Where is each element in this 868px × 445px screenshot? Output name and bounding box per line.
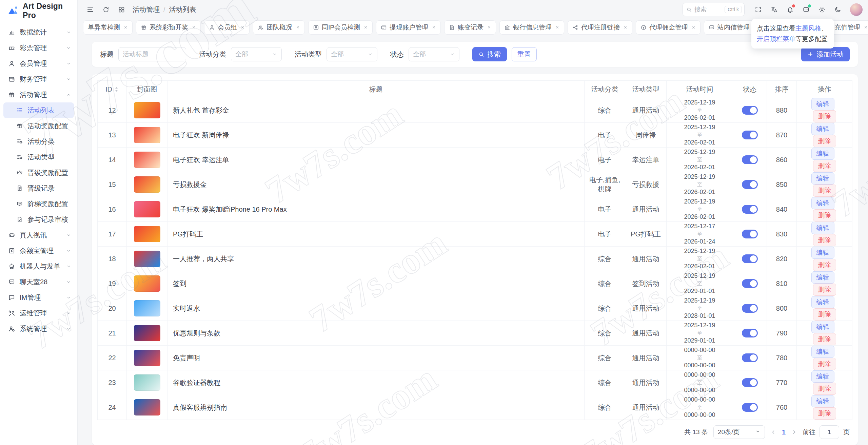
sidebar-item[interactable]: 余额宝管理: [3, 243, 74, 258]
activity-title-input[interactable]: [118, 47, 186, 61]
status-toggle[interactable]: [742, 329, 758, 337]
edit-button[interactable]: 编辑: [811, 123, 834, 135]
edit-button[interactable]: 编辑: [811, 247, 834, 259]
reset-button[interactable]: 重置: [512, 47, 537, 61]
notifications-bell-icon[interactable]: [783, 2, 797, 17]
status-toggle[interactable]: [742, 180, 758, 189]
sidebar-subitem[interactable]: 活动类型: [3, 149, 74, 165]
tab[interactable]: 团队概况: [253, 20, 305, 35]
sidebar-item[interactable]: 真人视讯: [3, 227, 74, 243]
app-logo[interactable]: Art Design Pro: [0, 0, 77, 22]
tab[interactable]: 同IP会员检测: [308, 20, 373, 35]
sidebar-item[interactable]: 彩票管理: [3, 40, 74, 56]
status-toggle[interactable]: [742, 403, 758, 412]
status-toggle[interactable]: [742, 254, 758, 263]
sidebar-item[interactable]: 财务管理: [3, 71, 74, 87]
delete-button[interactable]: 删除: [813, 209, 836, 221]
delete-button[interactable]: 删除: [813, 185, 836, 197]
edit-button[interactable]: 编辑: [811, 148, 834, 160]
close-icon[interactable]: [296, 25, 300, 30]
search-input[interactable]: 搜索 Ctrl k: [683, 3, 745, 16]
close-icon[interactable]: [363, 25, 368, 30]
next-page-icon[interactable]: [791, 429, 797, 435]
close-icon[interactable]: [555, 25, 559, 30]
breadcrumb-parent[interactable]: 活动管理: [133, 5, 160, 14]
theme-style-link[interactable]: 主题风格: [795, 25, 821, 32]
tab[interactable]: 会员组: [204, 20, 250, 35]
close-icon[interactable]: [864, 25, 868, 30]
close-icon[interactable]: [487, 25, 491, 30]
status-toggle[interactable]: [742, 106, 758, 115]
edit-button[interactable]: 编辑: [811, 370, 834, 383]
edit-button[interactable]: 编辑: [811, 271, 834, 284]
settings-gear-icon[interactable]: [815, 2, 829, 17]
close-icon[interactable]: [691, 25, 696, 30]
status-toggle[interactable]: [742, 131, 758, 139]
close-icon[interactable]: [240, 25, 245, 30]
status-toggle[interactable]: [742, 279, 758, 288]
sidebar-item[interactable]: IM管理: [3, 290, 74, 305]
tab[interactable]: 代理注册链接: [568, 20, 632, 35]
tab[interactable]: 提现账户管理: [376, 20, 441, 35]
status-toggle[interactable]: [742, 378, 758, 387]
delete-button[interactable]: 删除: [813, 333, 836, 345]
status-toggle[interactable]: [742, 155, 758, 164]
delete-button[interactable]: 删除: [813, 284, 836, 296]
status-toggle[interactable]: [742, 205, 758, 214]
grid-apps-icon[interactable]: [114, 2, 129, 17]
close-icon[interactable]: [432, 25, 436, 30]
fullscreen-icon[interactable]: [751, 2, 765, 17]
tab[interactable]: 单异常检测: [83, 20, 133, 35]
delete-button[interactable]: 删除: [813, 259, 836, 271]
sidebar-item[interactable]: 运维管理: [3, 305, 74, 321]
delete-button[interactable]: 删除: [813, 110, 836, 122]
search-button[interactable]: 搜索: [472, 47, 507, 61]
prev-page-icon[interactable]: [770, 429, 776, 435]
close-icon[interactable]: [623, 25, 628, 30]
close-icon[interactable]: [123, 25, 128, 30]
tab[interactable]: 系统彩预开奖: [136, 20, 201, 35]
delete-button[interactable]: 删除: [813, 234, 836, 246]
sidebar-item[interactable]: 聊天室28: [3, 274, 74, 290]
menu-icon[interactable]: [83, 2, 97, 17]
category-select[interactable]: 全部: [231, 47, 282, 61]
edit-button[interactable]: 编辑: [811, 321, 834, 333]
tab[interactable]: 银行信息管理: [499, 20, 564, 35]
status-toggle[interactable]: [742, 304, 758, 313]
delete-button[interactable]: 删除: [813, 160, 836, 172]
sidebar-subitem[interactable]: 晋级奖励配置: [3, 165, 74, 180]
delete-button[interactable]: 删除: [813, 383, 836, 395]
sidebar-item[interactable]: 系统管理: [3, 321, 74, 336]
delete-button[interactable]: 删除: [813, 358, 836, 370]
sidebar-subitem[interactable]: 晋级记录: [3, 180, 74, 196]
edit-button[interactable]: 编辑: [811, 172, 834, 185]
type-select[interactable]: 全部: [327, 47, 377, 61]
close-icon[interactable]: [192, 25, 196, 30]
edit-button[interactable]: 编辑: [811, 346, 834, 358]
tab[interactable]: 账变记录: [444, 20, 496, 35]
delete-button[interactable]: 删除: [813, 308, 836, 321]
sidebar-subitem[interactable]: 活动奖励配置: [3, 118, 74, 134]
status-select[interactable]: 全部: [409, 47, 459, 61]
sidebar-item[interactable]: 会员管理: [3, 56, 74, 71]
refresh-icon[interactable]: [99, 2, 113, 17]
add-activity-button[interactable]: 添加活动: [801, 47, 850, 61]
edit-button[interactable]: 编辑: [811, 395, 834, 407]
sidebar-item[interactable]: 数据统计: [3, 24, 74, 40]
delete-button[interactable]: 删除: [813, 135, 836, 147]
delete-button[interactable]: 删除: [813, 407, 836, 420]
edit-button[interactable]: 编辑: [811, 296, 834, 308]
sidebar-item[interactable]: 活动管理: [3, 87, 74, 102]
topbar-menu-link[interactable]: 开启顶栏菜单: [757, 35, 795, 42]
page-number[interactable]: 1: [782, 428, 786, 436]
sidebar-subitem[interactable]: 阶梯奖励配置: [3, 196, 74, 212]
column-header[interactable]: ID: [98, 81, 127, 98]
avatar[interactable]: [850, 3, 863, 16]
edit-button[interactable]: 编辑: [811, 197, 834, 209]
sidebar-item[interactable]: 机器人与发单: [3, 258, 74, 274]
sidebar-subitem-active[interactable]: 活动列表: [3, 102, 74, 118]
tab[interactable]: 代理佣金管理: [636, 20, 701, 35]
status-toggle[interactable]: [742, 230, 758, 238]
dark-mode-moon-icon[interactable]: [831, 2, 845, 17]
messages-icon[interactable]: [799, 2, 813, 17]
